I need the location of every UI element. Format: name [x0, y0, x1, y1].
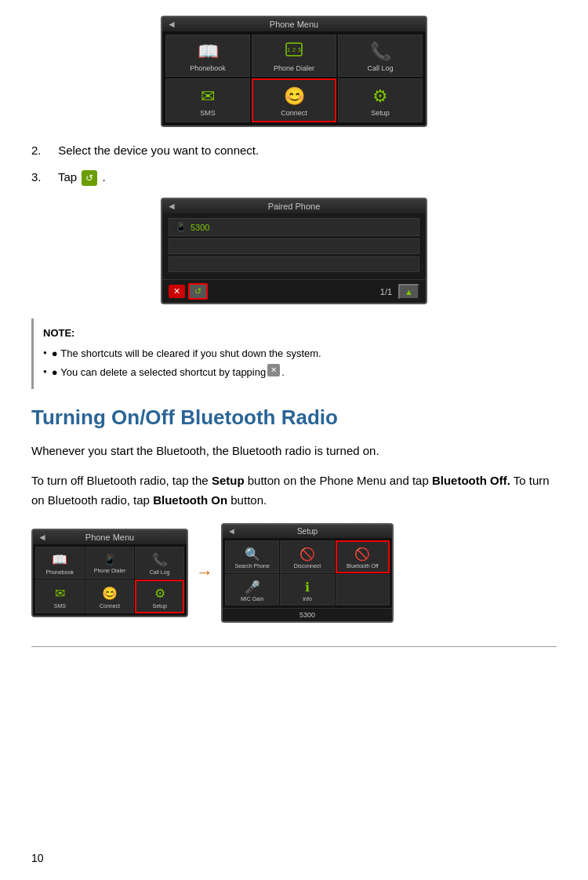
note-bullet-1: ● — [52, 345, 60, 362]
bottom-dialer-icon: 📱 — [103, 554, 116, 565]
setup-bold: Setup — [212, 474, 245, 487]
bottom-screen-title: Phone Menu — [85, 533, 134, 542]
empty-cell — [336, 574, 390, 605]
info-label: Info — [303, 596, 312, 602]
paired-title: Paired Phone — [268, 202, 321, 211]
connect-label: Connect — [281, 109, 307, 117]
paired-back-arrow-icon: ◄ — [167, 201, 176, 212]
bottom-screen-header: ◄ Phone Menu — [33, 530, 187, 544]
phonebook-cell[interactable]: 📖 Phonebook — [165, 35, 250, 77]
note-text-2: You can delete a selected shortcut by ta… — [60, 364, 266, 381]
paired-row-1-text: 5300 — [191, 223, 209, 232]
paired-phone-screenshot: ◄ Paired Phone 📱 5300 ✕ ↺ 1/1 ▲ — [31, 198, 557, 304]
setup-screen-header: ◄ Setup — [223, 525, 392, 538]
setup-label: Setup — [371, 109, 390, 117]
paired-phone-screen: ◄ Paired Phone 📱 5300 ✕ ↺ 1/1 ▲ — [161, 198, 427, 304]
search-phone-cell[interactable]: 🔍 Search Phone — [225, 540, 279, 573]
setup-back-arrow-icon: ◄ — [227, 526, 236, 536]
bottom-setup-label: Setup — [153, 603, 167, 609]
paired-row-3[interactable] — [169, 256, 419, 272]
bottom-setup-cell[interactable]: ⚙ Setup — [135, 580, 184, 613]
step-2-number: 2. — [31, 141, 55, 160]
delete-icon: ✕ — [267, 364, 280, 376]
bluetooth-off-label: Bluetooth Off — [347, 563, 379, 569]
bottom-calllog-cell[interactable]: 📞 Call Log — [135, 547, 184, 579]
setup-cell[interactable]: ⚙ Setup — [338, 78, 423, 122]
body-para-2: To turn off Bluetooth radio, tap the Set… — [31, 471, 557, 511]
bottom-sms-icon: ✉ — [55, 586, 65, 601]
connect-cell[interactable]: 😊 Connect — [252, 78, 336, 122]
screen-header: ◄ Phone Menu — [162, 17, 426, 31]
bottom-back-arrow-icon: ◄ — [38, 532, 47, 543]
paired-body: 📱 5300 — [162, 213, 426, 279]
paired-footer: ✕ ↺ 1/1 ▲ — [162, 279, 426, 303]
mic-gain-cell[interactable]: 🎤 MIC Gain — [225, 574, 279, 605]
bottom-dialer-cell[interactable]: 📱 Phone Dialer — [85, 547, 135, 579]
bottom-setup-icon: ⚙ — [154, 586, 165, 601]
instruction-2: 2. Select the device you want to connect… — [31, 141, 557, 160]
section-heading: Turning On/Off Bluetooth Radio — [31, 405, 557, 431]
bottom-dialer-label: Phone Dialer — [94, 568, 125, 573]
bluetooth-off-bold: Bluetooth Off. — [432, 474, 510, 487]
bluetooth-off-cell[interactable]: 🚫 Bluetooth Off — [336, 540, 390, 573]
page-number: 10 — [31, 852, 44, 864]
info-cell[interactable]: ℹ Info — [280, 574, 334, 605]
phone-dialer-label: Phone Dialer — [274, 64, 314, 72]
call-log-icon: 📞 — [370, 42, 391, 62]
call-log-label: Call Log — [367, 64, 393, 72]
step-3-text: Tap — [58, 170, 77, 184]
phonebook-label: Phonebook — [190, 64, 226, 72]
note-title: NOTE: — [43, 325, 547, 342]
instruction-3: 3. Tap ↺ . — [31, 168, 557, 187]
sms-label: SMS — [200, 109, 216, 117]
setup-grid: 🔍 Search Phone 🚫 Disconnect 🚫 Bluetooth … — [223, 538, 392, 608]
bottom-calllog-icon: 📞 — [152, 552, 168, 567]
setup-screen-title: Setup — [297, 527, 318, 536]
bottom-phonebook-cell[interactable]: 📖 Phonebook — [35, 547, 85, 579]
sms-cell[interactable]: ✉ SMS — [165, 78, 250, 122]
bottom-phone-menu-screen: ◄ Phone Menu 📖 Phonebook 📱 Phone Dialer … — [31, 529, 188, 617]
phonebook-icon: 📖 — [198, 42, 219, 62]
bottom-connect-cell[interactable]: 😊 Connect — [85, 580, 135, 613]
mic-gain-label: MIC Gain — [241, 596, 264, 602]
refresh-button[interactable]: ↺ — [188, 283, 208, 300]
bottom-menu-grid: 📖 Phonebook 📱 Phone Dialer 📞 Call Log ✉ … — [33, 544, 187, 616]
note-text-1: The shortcuts will be cleared if you shu… — [60, 345, 321, 362]
disconnect-cell[interactable]: 🚫 Disconnect — [280, 540, 334, 573]
call-log-cell[interactable]: 📞 Call Log — [338, 35, 423, 77]
body-para-1: Whenever you start the Bluetooth, the Bl… — [31, 441, 557, 461]
bottom-phonebook-icon: 📖 — [52, 552, 67, 567]
paired-row-1[interactable]: 📱 5300 — [169, 218, 419, 236]
search-phone-icon: 🔍 — [245, 547, 260, 562]
setup-screen: ◄ Setup 🔍 Search Phone 🚫 Disconnect 🚫 Bl… — [221, 523, 394, 623]
note-item-1: ● The shortcuts will be cleared if you s… — [43, 345, 547, 362]
phone-menu-screen: ◄ Phone Menu 📖 Phonebook 1 2 3 Phone Dia… — [161, 16, 427, 127]
page-info: 1/1 — [380, 287, 392, 296]
connect-icon: 😊 — [284, 86, 305, 107]
close-button[interactable]: ✕ — [169, 285, 185, 298]
phone-dialer-cell[interactable]: 1 2 3 Phone Dialer — [252, 35, 336, 77]
note-box: NOTE: ● The shortcuts will be cleared if… — [31, 318, 557, 389]
bottom-phonebook-label: Phonebook — [46, 569, 74, 575]
paired-row-2[interactable] — [169, 238, 419, 254]
mic-gain-icon: 🎤 — [245, 580, 260, 595]
menu-grid: 📖 Phonebook 1 2 3 Phone Dialer 📞 Call Lo… — [162, 31, 426, 125]
page-divider — [31, 646, 557, 647]
arrow-icon: → — [196, 562, 213, 583]
bottom-connect-icon: 😊 — [102, 586, 118, 601]
phone-row-icon: 📱 — [176, 222, 187, 232]
bottom-sms-cell[interactable]: ✉ SMS — [35, 580, 85, 613]
bluetooth-on-bold: Bluetooth On — [153, 493, 227, 507]
note-list: ● The shortcuts will be cleared if you s… — [43, 345, 547, 381]
phone-dialer-icon: 1 2 3 — [285, 42, 303, 62]
bottom-calllog-label: Call Log — [150, 569, 170, 575]
note-bullet-2: ● — [52, 364, 60, 381]
bottom-connect-label: Connect — [100, 603, 120, 609]
top-screenshot: ◄ Phone Menu 📖 Phonebook 1 2 3 Phone Dia… — [31, 16, 557, 127]
back-arrow-icon: ◄ — [167, 19, 176, 30]
step-3-number: 3. — [31, 168, 55, 187]
disconnect-label: Disconnect — [294, 563, 321, 569]
disconnect-icon: 🚫 — [299, 547, 315, 562]
nav-up-button[interactable]: ▲ — [398, 284, 419, 300]
setup-footer: 5300 — [223, 608, 392, 621]
